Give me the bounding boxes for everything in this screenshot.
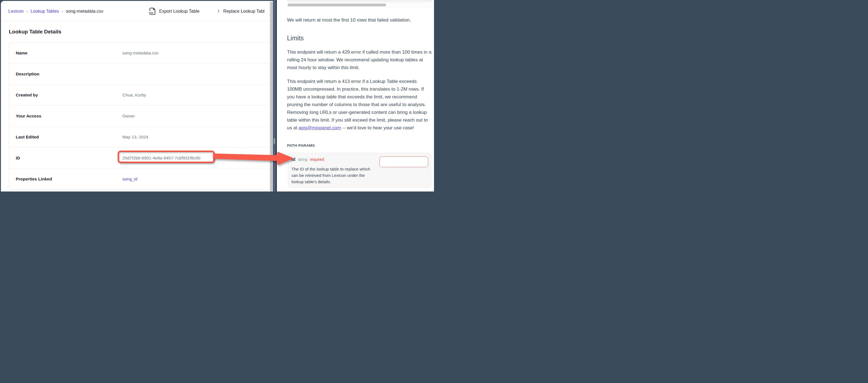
detail-label: Last Edited — [16, 135, 39, 140]
id-param-header: id string required — [291, 157, 324, 162]
detail-row-properties-linked: Properties Linked song_id — [9, 168, 272, 189]
export-button-label: Export Lookup Table — [159, 9, 199, 14]
detail-label: Created by — [16, 93, 38, 98]
csv-file-icon: csv — [149, 7, 156, 15]
docs-horizontal-scrollbar-track[interactable] — [287, 3, 432, 7]
left-window-scrollbar-track[interactable] — [269, 1, 273, 192]
detail-value: Owner — [122, 113, 135, 118]
detail-row-description: Description — [9, 63, 272, 84]
detail-value: song-metadata.csv — [122, 50, 159, 56]
limits-paragraph-429: This endpoint will return a 429 error if… — [287, 48, 432, 72]
detail-value: Chua, Kurby — [122, 93, 146, 98]
limits-paragraph-413: This endpoint will return a 413 error if… — [287, 78, 432, 132]
detail-label: Name — [16, 50, 27, 56]
breadcrumb-separator-icon: › — [62, 9, 63, 13]
breadcrumb: Lexicon › Lookup Tables › song-metadata.… — [8, 1, 103, 21]
lookup-table-id-value: 25d7f2b6-6901-4e8a-9457-7cbf931f8c90 — [122, 155, 200, 161]
paragraph-text: This endpoint will return a 413 error if… — [287, 79, 428, 131]
param-required-badge: required — [310, 157, 324, 162]
apis-mixpanel-email-link[interactable]: apis@mixpanel.com — [299, 125, 341, 131]
detail-row-id: ID 25d7f2b6-6901-4e8a-9457-7cbf931f8c90 — [9, 147, 272, 168]
path-params-heading: PATH PARAMS — [287, 143, 315, 147]
background-window-scrollbar-thumb — [274, 138, 275, 144]
detail-label: ID — [16, 155, 20, 161]
linked-property-link[interactable]: song_id — [122, 177, 137, 181]
background-window-edge — [273, 0, 277, 192]
paragraph-text: -- we'd love to hear your use case! — [341, 125, 414, 131]
detail-label: Your Access — [16, 113, 41, 118]
upload-arrow-icon: ↑ — [217, 8, 220, 14]
breadcrumb-lexicon[interactable]: Lexicon — [8, 9, 24, 14]
replace-lookup-table-button[interactable]: ↑ Replace Lookup Tabl — [217, 1, 265, 21]
id-param-input[interactable] — [379, 156, 428, 167]
lookup-table-details-card: Name song-metadata.csv Description Creat… — [9, 42, 272, 189]
detail-row-last-edited: Last Edited May 13, 2024 — [9, 126, 272, 147]
breadcrumb-current-file: song-metadata.csv — [66, 9, 103, 14]
page-title: Lookup Table Details — [9, 29, 61, 35]
lookup-table-details-window: Lexicon › Lookup Tables › song-metadata.… — [1, 1, 273, 192]
id-param-box: id string required The ID of the lookup … — [288, 153, 431, 188]
docs-intro-text: We will return at most the first 10 rows… — [287, 18, 411, 23]
param-name: id — [291, 157, 295, 162]
export-lookup-table-button[interactable]: csv Export Lookup Table — [149, 1, 199, 21]
breadcrumb-lookup-tables[interactable]: Lookup Tables — [30, 9, 59, 14]
svg-text:csv: csv — [149, 11, 154, 14]
detail-row-created-by: Created by Chua, Kurby — [9, 84, 272, 105]
scrolled-content-edge — [287, 0, 432, 2]
header-bar: Lexicon › Lookup Tables › song-metadata.… — [1, 1, 270, 21]
detail-value: May 13, 2024 — [122, 135, 148, 140]
api-docs-panel: We will return at most the first 10 rows… — [277, 0, 434, 192]
replace-button-label: Replace Lookup Tabl — [223, 9, 265, 14]
breadcrumb-separator-icon: › — [26, 9, 28, 13]
param-description: The ID of the lookup table to replace wh… — [291, 166, 375, 185]
detail-label: Description — [16, 72, 39, 76]
param-type: string — [298, 157, 307, 162]
detail-row-name: Name song-metadata.csv — [9, 42, 272, 63]
limits-heading: Limits — [287, 35, 304, 42]
docs-horizontal-scrollbar-thumb[interactable] — [287, 4, 386, 6]
detail-row-your-access: Your Access Owner — [9, 105, 272, 126]
left-window-scrollbar-thumb[interactable] — [270, 2, 273, 192]
detail-label: Properties Linked — [16, 177, 52, 181]
